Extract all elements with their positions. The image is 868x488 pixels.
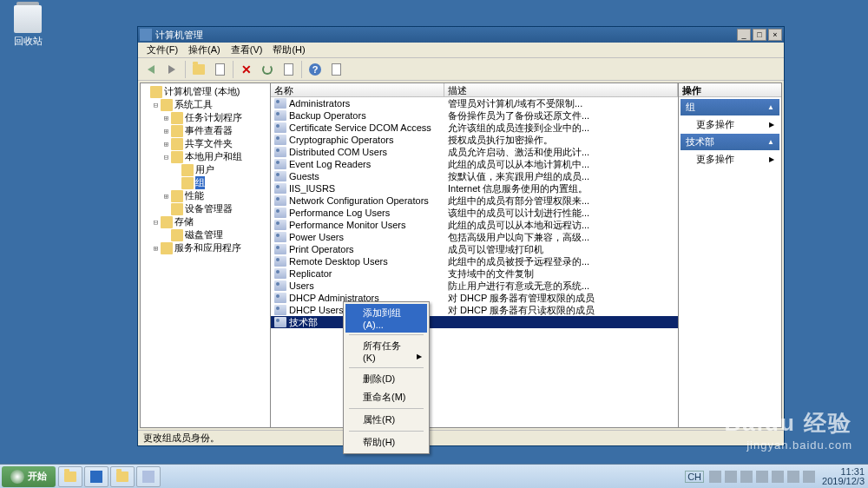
col-name[interactable]: 名称 [271, 83, 444, 96]
list-row[interactable]: Replicator支持域中的文件复制 [271, 267, 678, 280]
action-group-header[interactable]: 组▲ [681, 99, 779, 115]
tree-item[interactable]: 计算机管理 (本地) [141, 85, 270, 98]
tray-icon-1[interactable] [709, 471, 721, 483]
recycle-bin[interactable]: 回收站 [10, 5, 45, 48]
tree-item[interactable]: ⊞共享文件夹 [141, 137, 270, 150]
list-row[interactable]: Backup Operators备份操作员为了备份或还原文件... [271, 109, 678, 122]
delete-button[interactable]: ✕ [237, 60, 256, 79]
list-row[interactable]: Network Configuration Operators此组中的成员有部分… [271, 195, 678, 207]
start-orb-icon [10, 470, 24, 484]
list-row[interactable]: DHCP Users对 DHCP 服务器有只读权限的成员 [271, 304, 678, 316]
list-row[interactable]: Certificate Service DCOM Access允许该组的成员连接… [271, 122, 678, 134]
app-icon [140, 29, 152, 41]
folder-icon [161, 216, 173, 228]
menu-help[interactable]: 帮助(H) [267, 43, 310, 56]
ctx-delete[interactable]: 删除(D) [345, 370, 427, 388]
menu-file[interactable]: 文件(F) [141, 43, 183, 56]
group-icon [274, 195, 286, 206]
list-icon [332, 63, 341, 76]
tree-item[interactable]: 组 [141, 176, 270, 189]
group-icon [274, 183, 286, 194]
list-row[interactable]: Performance Monitor Users此组的成员可以从本地和远程访.… [271, 219, 678, 231]
list-row[interactable]: Administrators管理员对计算机/域有不受限制... [271, 97, 678, 109]
refresh-button[interactable] [258, 60, 277, 79]
chevron-right-icon: ▶ [769, 121, 774, 129]
list-row[interactable]: Distributed COM Users成员允许启动、激活和使用此计... [271, 146, 678, 158]
tree-item[interactable]: 设备管理器 [141, 202, 270, 215]
tray-icon-5[interactable] [772, 471, 784, 483]
maximize-button[interactable]: □ [753, 29, 766, 41]
chevron-right-icon: ▶ [769, 155, 774, 163]
action-more-1[interactable]: 更多操作▶ [681, 115, 779, 134]
start-button[interactable]: 开始 [2, 466, 56, 487]
tree-item[interactable]: 磁盘管理 [141, 228, 270, 241]
list-row[interactable]: Guests按默认值，来宾跟用户组的成员... [271, 170, 678, 182]
forward-button[interactable] [162, 60, 181, 79]
list-row[interactable]: 技术部 [271, 316, 678, 328]
refresh-icon [262, 64, 273, 75]
list-row[interactable]: Event Log Readers此组的成员可以从本地计算机中... [271, 158, 678, 170]
list-row[interactable]: Users防止用户进行有意或无意的系统... [271, 280, 678, 292]
menu-action[interactable]: 操作(A) [183, 43, 226, 56]
properties-button[interactable] [326, 60, 345, 79]
tree-item[interactable]: ⊟本地用户和组 [141, 150, 270, 163]
tray-icon-6[interactable] [787, 471, 799, 483]
ctx-rename[interactable]: 重命名(M) [345, 388, 427, 406]
tree-item[interactable]: ⊞事件查看器 [141, 124, 270, 137]
list-row[interactable]: Cryptographic Operators授权成员执行加密操作。 [271, 134, 678, 146]
tree-item[interactable]: ⊟系统工具 [141, 98, 270, 111]
show-hide-button[interactable] [210, 60, 229, 79]
minimize-button[interactable]: _ [737, 29, 751, 41]
lang-indicator[interactable]: CH [685, 471, 704, 483]
tray-icon-4[interactable] [756, 471, 768, 483]
tree-item[interactable]: ⊞任务计划程序 [141, 111, 270, 124]
help-icon: ? [309, 63, 321, 76]
ctx-all-tasks[interactable]: 所有任务(K)▶ [345, 337, 427, 366]
folder-icon [181, 164, 194, 176]
tree-item[interactable]: ⊟存储 [141, 215, 270, 228]
list-row[interactable]: Print Operators成员可以管理域打印机 [271, 243, 678, 255]
taskbar-item-3[interactable] [110, 466, 135, 487]
powershell-icon [90, 471, 102, 483]
list-row[interactable]: Performance Log Users该组中的成员可以计划进行性能... [271, 207, 678, 219]
computer-management-window: 计算机管理 _ □ × 文件(F) 操作(A) 查看(V) 帮助(H) ✕ ? … [137, 26, 785, 446]
menu-view[interactable]: 查看(V) [226, 43, 268, 56]
titlebar[interactable]: 计算机管理 _ □ × [138, 27, 784, 43]
back-button[interactable] [141, 60, 161, 79]
action-more-2[interactable]: 更多操作▶ [681, 150, 779, 168]
folder-icon [171, 203, 183, 215]
list-header[interactable]: 名称 描述 [271, 83, 678, 97]
taskbar-item-4[interactable] [136, 466, 161, 487]
chevron-right-icon: ▶ [417, 353, 422, 360]
list-row[interactable]: Remote Desktop Users此组中的成员被授予远程登录的... [271, 255, 678, 267]
doc-icon [215, 63, 225, 76]
ctx-add-to-group[interactable]: 添加到组(A)... [345, 304, 427, 333]
list-row[interactable]: IIS_IUSRSInternet 信息服务使用的内置组。 [271, 182, 678, 195]
tray-icon-7[interactable] [803, 471, 815, 483]
action-sel-header[interactable]: 技术部▲ [681, 134, 779, 150]
export-button[interactable] [279, 60, 298, 79]
taskbar-item-2[interactable] [84, 466, 108, 487]
folder-icon [171, 138, 183, 150]
col-desc[interactable]: 描述 [444, 83, 678, 96]
list-row[interactable]: Power Users包括高级用户以向下兼容，高级... [271, 231, 678, 243]
tree-item[interactable]: ⊞性能 [141, 189, 270, 202]
close-button[interactable]: × [768, 29, 782, 41]
status-text: 更改组成员身份。 [143, 432, 220, 445]
list-row[interactable]: DHCP Administrators对 DHCP 服务器有管理权限的成员 [271, 292, 678, 304]
clock[interactable]: 11:31 2019/12/3 [822, 467, 865, 486]
up-button[interactable] [189, 60, 208, 79]
arrow-left-icon [148, 65, 155, 74]
taskbar-item-1[interactable] [58, 466, 82, 487]
help-button[interactable]: ? [306, 60, 325, 79]
tray-icon-2[interactable] [725, 471, 737, 483]
list-body[interactable]: Administrators管理员对计算机/域有不受限制...Backup Op… [271, 97, 678, 427]
tray-icon-3[interactable] [740, 471, 753, 483]
ctx-properties[interactable]: 属性(R) [345, 411, 427, 429]
tree-pane[interactable]: 计算机管理 (本地)⊟系统工具⊞任务计划程序⊞事件查看器⊞共享文件夹⊟本地用户和… [141, 83, 271, 427]
group-icon [274, 305, 286, 315]
toolbar: ✕ ? [138, 58, 784, 81]
tree-item[interactable]: ⊞服务和应用程序 [141, 241, 270, 254]
tree-item[interactable]: 用户 [141, 163, 270, 176]
ctx-help[interactable]: 帮助(H) [345, 433, 427, 452]
